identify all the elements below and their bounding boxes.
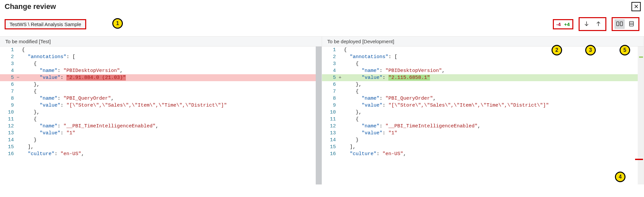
code-token: "name" [40,123,57,129]
diff-plus-marker: + [339,74,343,81]
line-number: 16 [0,150,17,157]
code-token: { [22,47,25,53]
code-token: "PBI_QueryOrder" [385,96,433,101]
file-breadcrumb[interactable]: TestWS \ Retail Analysis Sample [5,19,86,29]
line-number: 3 [0,60,17,67]
next-change-button[interactable] [582,19,591,29]
code-token: "1" [66,130,75,136]
code-token: }, [34,110,40,115]
svg-rect-2 [629,21,633,26]
diff-count-group: -4 +4 [553,19,573,29]
nav-change-group [579,17,606,31]
code-token: "[\"Store\",\"Sales\",\"Item\",\"Time\",… [66,103,227,108]
line-number: 6 [322,81,339,88]
removed-line: 5− "value": "2.91.884.0 (21.03)" [0,74,322,81]
line-number: 8 [0,95,17,102]
line-number: 1 [0,47,17,53]
code-token: "[\"Store\",\"Sales\",\"Item\",\"Time\",… [388,103,549,108]
close-button[interactable]: ✕ [631,2,641,11]
prev-change-button[interactable] [593,19,603,29]
callout-2: 2 [552,45,562,55]
line-number: 15 [0,144,17,150]
code-token: { [356,116,359,122]
line-number: 10 [0,109,17,116]
code-token: "PBI_QueryOrder" [63,96,111,101]
code-token: "name" [362,123,379,129]
svg-rect-0 [617,22,619,26]
code-token: ], [350,144,356,150]
code-token: { [34,116,37,122]
code-token: "PBIDesktopVersion" [385,68,442,74]
code-token: "en-US" [60,151,81,157]
code-token: "__PBI_TimeIntelligenceEnabled" [63,123,156,129]
code-token: { [356,61,359,67]
code-token: "en-US" [382,151,403,157]
line-number: 3 [322,60,339,67]
minimap-add-marker[interactable] [639,56,643,58]
right-pane-header: To be deployed [Development] [322,37,644,46]
inline-view-button[interactable] [626,19,636,29]
code-token: { [34,61,37,67]
code-token: "value" [362,75,382,81]
view-mode-group [612,17,639,31]
close-icon: ✕ [634,3,639,10]
right-code-pane[interactable]: 1{ 2 "annotations": [ 3 { 4 "name": "PBI… [322,47,644,184]
line-number: 9 [322,102,339,109]
code-token: "annotations" [28,54,66,60]
line-number: 4 [0,67,17,74]
code-token: "culture" [28,151,54,157]
code-token: "value" [40,103,60,108]
diff-minus-marker: − [17,74,21,81]
code-token: } [34,137,37,143]
inline-view-icon [629,21,634,27]
line-number: 4 [322,67,339,74]
code-token: } [356,137,359,143]
line-number: 2 [0,53,17,60]
line-number: 8 [322,95,339,102]
code-token: "1" [388,130,397,136]
left-code-pane[interactable]: 1{ 2 "annotations": [ 3 { 4 "name": "PBI… [0,47,322,184]
callout-1: 1 [112,18,123,29]
line-number: 7 [0,88,17,95]
line-number: 7 [322,88,339,95]
page-title: Change review [5,2,56,11]
code-token: "value" [40,75,60,81]
line-number: 11 [0,116,17,123]
callout-5: 5 [620,45,630,55]
added-line: 5+ "value": "2.115.6858.1" [322,74,644,81]
code-token: "value" [40,130,60,136]
code-token: "name" [40,68,57,74]
right-scrollbar[interactable] [638,47,644,184]
code-token: { [34,89,37,94]
code-token: "2.115.6858.1" [388,75,430,81]
side-by-side-button[interactable] [615,19,625,29]
code-token: "name" [40,96,57,101]
line-number: 2 [322,53,339,60]
line-number: 13 [322,130,339,137]
arrow-up-icon [596,21,601,28]
code-token: }, [356,82,362,87]
left-pane-header: To be modified [Test] [0,37,322,46]
line-number: 12 [322,123,339,130]
callout-3: 3 [585,45,596,55]
line-number: 12 [0,123,17,130]
diff-removed-count: -4 [556,21,561,27]
line-number: 9 [0,102,17,109]
file-breadcrumb-label: TestWS \ Retail Analysis Sample [10,21,81,27]
svg-rect-1 [620,22,623,26]
line-number: 10 [322,109,339,116]
arrow-down-icon [584,21,589,28]
code-token: "name" [362,68,379,74]
left-scrollbar[interactable] [316,47,322,184]
line-number: 13 [0,130,17,137]
callout-4: 4 [615,172,626,182]
code-token: "2.91.884.0 (21.03)" [66,75,126,81]
code-token: { [344,47,347,53]
line-number: 6 [0,81,17,88]
code-token: }, [356,110,362,115]
code-token: "annotations" [350,54,388,60]
line-number: 11 [322,116,339,123]
code-token: "__PBI_TimeIntelligenceEnabled" [385,123,478,129]
code-token: : [ [66,54,75,60]
minimap-del-marker[interactable] [635,159,643,160]
